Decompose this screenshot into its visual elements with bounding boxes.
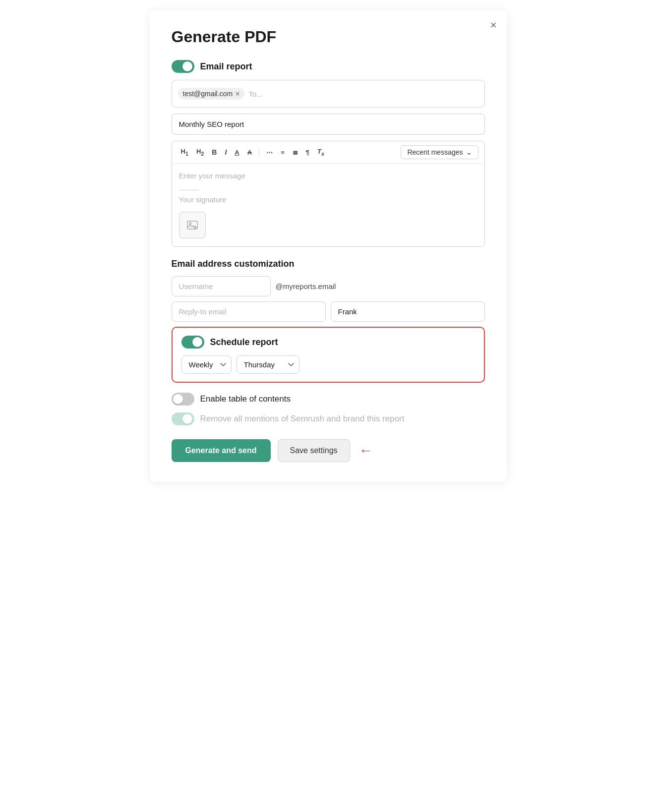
signature-divider (179, 190, 199, 190)
clear-format-button[interactable]: Tx (314, 146, 327, 159)
subject-input[interactable] (172, 114, 485, 135)
day-select[interactable]: Monday Tuesday Wednesday Thursday Friday… (237, 355, 299, 374)
email-tag-text: test@gmail.com (183, 90, 233, 98)
editor-box: H1 H2 B I A A ⋯ ≡ ≣ ¶ Tx (172, 141, 485, 247)
reply-to-row (172, 301, 485, 322)
username-row: @myreports.email (172, 276, 485, 296)
h1-button[interactable]: H1 (178, 146, 191, 159)
arrow-indicator: ← (359, 443, 373, 459)
message-placeholder: Enter your message (179, 172, 477, 180)
recent-messages-label: Recent messages (407, 148, 463, 156)
domain-label: @myreports.email (276, 282, 336, 290)
close-button[interactable]: × (490, 20, 497, 31)
save-settings-button[interactable]: Save settings (278, 439, 350, 462)
chevron-down-icon: ⌄ (466, 148, 472, 156)
email-customization-title: Email address customization (172, 259, 485, 269)
unordered-list-button[interactable]: ≡ (278, 147, 288, 158)
recipients-placeholder: To... (248, 90, 262, 98)
image-upload-button[interactable] (179, 212, 206, 238)
underline-button[interactable]: A (232, 147, 242, 158)
toggle-knob-schedule (192, 337, 202, 347)
branding-label: Remove all mentions of Semrush and brand… (200, 414, 405, 424)
italic-button[interactable]: I (222, 146, 230, 158)
signature-placeholder: Your signature (179, 195, 477, 204)
recipients-box[interactable]: test@gmail.com × To... (172, 80, 485, 108)
schedule-report-toggle[interactable] (181, 336, 204, 348)
toolbar-separator-1 (259, 148, 259, 156)
name-input[interactable] (331, 301, 485, 322)
paragraph-icon: ¶ (306, 149, 309, 156)
table-of-contents-row: Enable table of contents (172, 393, 485, 406)
reply-to-input[interactable] (172, 301, 326, 322)
email-report-label: Email report (200, 61, 252, 72)
email-tag: test@gmail.com × (178, 88, 245, 100)
toggle-knob-branding (182, 414, 192, 424)
toggle-knob-toc (173, 394, 183, 404)
generate-pdf-modal: × Generate PDF Email report test@gmail.c… (150, 10, 507, 482)
align-button[interactable]: ≣ (290, 147, 301, 158)
page-title: Generate PDF (172, 28, 485, 46)
h2-icon: H2 (196, 148, 204, 157)
schedule-header: Schedule report (181, 336, 475, 348)
clear-format-icon: Tx (317, 148, 324, 157)
paragraph-button[interactable]: ¶ (303, 147, 312, 158)
ordered-list-button[interactable]: ⋯ (263, 147, 276, 158)
email-tag-close[interactable]: × (236, 90, 239, 98)
email-report-row: Email report (172, 60, 485, 73)
email-report-toggle[interactable] (172, 60, 194, 73)
schedule-report-label: Schedule report (210, 337, 278, 348)
image-upload-icon (186, 219, 198, 231)
strikethrough-button[interactable]: A (244, 147, 255, 158)
schedule-selects: Daily Weekly Monthly Monday Tuesday Wedn… (181, 355, 475, 374)
svg-point-1 (189, 223, 191, 225)
align-icon: ≣ (293, 149, 298, 156)
bold-button[interactable]: B (209, 146, 220, 158)
h1-icon: H1 (181, 148, 188, 157)
table-of-contents-label: Enable table of contents (200, 394, 291, 404)
branding-toggle[interactable] (172, 412, 194, 425)
ordered-list-icon: ⋯ (266, 149, 273, 156)
table-of-contents-toggle[interactable] (172, 393, 194, 406)
unordered-list-icon: ≡ (281, 149, 285, 156)
frequency-select[interactable]: Daily Weekly Monthly (181, 355, 232, 374)
branding-row: Remove all mentions of Semrush and brand… (172, 412, 485, 425)
username-input[interactable] (172, 276, 271, 296)
h2-button[interactable]: H2 (193, 146, 207, 159)
bottom-row: Generate and send Save settings ← (172, 439, 485, 462)
editor-body[interactable]: Enter your message Your signature (172, 164, 484, 246)
toggle-knob (182, 61, 192, 71)
generate-send-button[interactable]: Generate and send (172, 439, 271, 462)
schedule-report-box: Schedule report Daily Weekly Monthly Mon… (172, 327, 485, 383)
recent-messages-button[interactable]: Recent messages ⌄ (401, 145, 478, 159)
editor-toolbar: H1 H2 B I A A ⋯ ≡ ≣ ¶ Tx (172, 141, 484, 164)
